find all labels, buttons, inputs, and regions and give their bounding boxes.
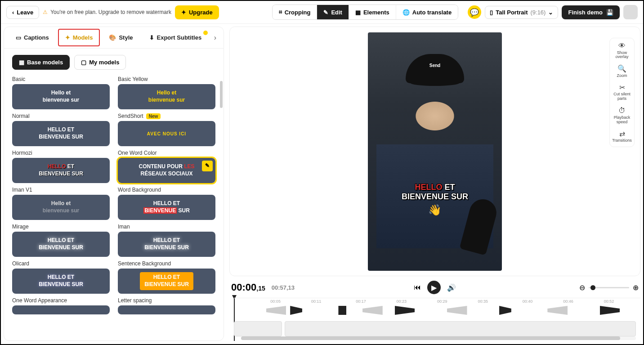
clip[interactable] xyxy=(362,306,383,315)
timeline-scrollbar-thumb[interactable] xyxy=(241,336,620,340)
leave-button[interactable]: ‹ Leave xyxy=(6,6,39,19)
leave-label: Leave xyxy=(17,9,33,16)
timeline[interactable]: 00:05 00:11 00:17 00:23 00:29 00:35 00:4… xyxy=(229,296,640,341)
model-preview-one-word-appearance[interactable] xyxy=(12,305,110,314)
chevron-left-icon: ‹ xyxy=(12,9,14,16)
finish-demo-button[interactable]: Finish demo 💾 xyxy=(562,5,620,19)
clip[interactable] xyxy=(447,306,467,315)
subtab-my-label: My models xyxy=(89,59,119,66)
grid-icon: ▦ xyxy=(19,59,24,66)
tick: 00:05 xyxy=(270,299,281,304)
tabs-scroll-right[interactable]: › xyxy=(210,30,220,45)
zoom-out-button[interactable]: ⊖ xyxy=(579,283,585,292)
clip[interactable] xyxy=(547,306,568,315)
zoom-in-button[interactable]: ⊕ xyxy=(633,283,639,292)
clip[interactable] xyxy=(266,306,286,315)
models-grid: Basic Hello etbienvenue sur Basic Yellow… xyxy=(4,76,224,341)
avatar-button[interactable] xyxy=(623,5,638,19)
tick: 00:52 xyxy=(604,299,614,304)
scissors-icon: ✂ xyxy=(619,84,625,92)
model-preview-hormozi[interactable]: HELLO ETBIENVENUE SUR xyxy=(12,158,110,183)
model-label: Mirage xyxy=(12,224,110,230)
pencil-icon: ✎ xyxy=(205,162,210,170)
show-overlay-button[interactable]: 👁Show overlay xyxy=(612,42,632,59)
model-preview-iman-v1[interactable]: Hello etbienvenue sur xyxy=(12,195,110,220)
upgrade-button[interactable]: ✦ Upgrade xyxy=(175,5,219,19)
video-frame[interactable]: Send HELLO ET BIENVENUE SUR 👋 xyxy=(368,32,502,271)
cropping-button[interactable]: ⌗ Cropping xyxy=(273,5,318,19)
zoom-slider[interactable] xyxy=(589,287,629,288)
clip[interactable] xyxy=(395,306,415,315)
auto-translate-button[interactable]: 🌐 Auto translate xyxy=(396,5,458,19)
ratio-label: Tall Portrait xyxy=(496,9,528,16)
model-preview-basic[interactable]: Hello etbienvenue sur xyxy=(12,84,110,109)
model-one-word-appearance: One Word Appearance xyxy=(12,297,110,314)
upgrade-label: Upgrade xyxy=(189,9,213,16)
timeline-scrollbar[interactable] xyxy=(241,336,636,340)
clip[interactable] xyxy=(499,306,511,315)
volume-button[interactable]: 🔊 xyxy=(447,283,456,292)
model-label: Basic Yellow xyxy=(118,76,215,82)
play-button[interactable]: ▶ xyxy=(427,281,441,294)
sidebar-scrollbar[interactable] xyxy=(220,81,223,108)
speed-icon: ⏱ xyxy=(618,107,626,115)
edit-button[interactable]: ✎ Edit xyxy=(317,5,349,19)
model-preview-sentence-background[interactable]: HELLO ETBIENVENUE SUR xyxy=(118,269,215,294)
model-preview-basic-yellow[interactable]: Hello etbienvenue sur xyxy=(118,84,215,109)
crop-icon: ⌗ xyxy=(279,9,282,16)
track-row xyxy=(234,321,636,336)
model-preview-olicard[interactable]: HELLO ETBIENVENUE SUR xyxy=(12,269,110,294)
model-preview-mirage[interactable]: HELLO ETBIENVENUE SUR xyxy=(12,232,110,257)
zoom-button[interactable]: 🔍Zoom xyxy=(612,65,632,78)
center-toolbar: ⌗ Cropping ✎ Edit ▦ Elements 🌐 Auto tran… xyxy=(272,4,459,20)
clip[interactable] xyxy=(290,306,302,315)
chat-button[interactable]: 💬 xyxy=(468,5,481,19)
skip-back-button[interactable]: ⏮ xyxy=(414,283,421,291)
download-icon: ⬇ xyxy=(149,34,154,41)
pencil-icon: ✎ xyxy=(323,9,328,16)
tick: 00:23 xyxy=(397,299,407,304)
model-preview-sendshort[interactable]: AVEC NOUS ICI xyxy=(118,121,215,146)
video-stage: Send HELLO ET BIENVENUE SUR 👋 👁Show over… xyxy=(229,27,640,276)
edit-model-button[interactable]: ✎ xyxy=(202,161,213,171)
cap-illustration: Send xyxy=(406,54,464,83)
cropping-label: Cropping xyxy=(285,9,311,16)
tab-style[interactable]: 🎨 Style xyxy=(101,28,141,47)
subtab-base-models[interactable]: ▦ Base models xyxy=(12,55,70,70)
model-preview-letter-spacing[interactable] xyxy=(118,305,215,314)
track-segment[interactable] xyxy=(285,321,636,336)
model-label: Sentence Background xyxy=(118,260,215,267)
cap-logo: Send xyxy=(429,63,440,68)
palette-icon: 🎨 xyxy=(109,34,116,41)
model-preview-word-background[interactable]: HELLO ETBIENVENUE SUR xyxy=(118,195,215,220)
tab-export-label: Export Subtitles xyxy=(157,34,202,41)
tab-export-subtitles[interactable]: ⬇ Export Subtitles xyxy=(141,28,210,47)
tick: 00:29 xyxy=(437,299,447,304)
elements-button[interactable]: ▦ Elements xyxy=(349,5,396,19)
zoom-control: ⊖ ⊕ xyxy=(579,283,639,292)
playback-speed-button[interactable]: ⏱Playback speed xyxy=(612,107,632,124)
model-label: Basic xyxy=(12,76,110,82)
subtab-my-models[interactable]: ▢ My models xyxy=(74,55,126,70)
model-label: Hormozi xyxy=(12,150,110,156)
track-segment[interactable] xyxy=(234,321,282,336)
clip[interactable] xyxy=(338,306,346,315)
aspect-ratio-button[interactable]: ▯ Tall Portrait (9:16) ⌄ xyxy=(485,6,558,19)
model-hormozi: Hormozi HELLO ETBIENVENUE SUR xyxy=(12,150,110,183)
model-label: SendShort New xyxy=(118,113,215,119)
badge-dot xyxy=(203,31,208,35)
timeline-ruler[interactable]: 00:05 00:11 00:17 00:23 00:29 00:35 00:4… xyxy=(234,298,640,306)
model-word-background: Word Background HELLO ETBIENVENUE SUR xyxy=(118,187,215,220)
tab-captions[interactable]: ▭ Captions xyxy=(8,28,57,47)
transitions-button[interactable]: ⇄Transitions xyxy=(612,130,632,143)
elements-icon: ▦ xyxy=(355,9,361,16)
model-preview-one-word-color[interactable]: CONTENU POUR LESRÉSEAUX SOCIAUX ✎ xyxy=(118,158,215,183)
model-preview-iman[interactable]: HELLO ETBIENVENUE SUR xyxy=(118,232,215,257)
transitions-icon: ⇄ xyxy=(619,130,625,138)
zoom-thumb[interactable] xyxy=(590,285,595,290)
model-iman-v1: Iman V1 Hello etbienvenue sur xyxy=(12,187,110,220)
cut-silent-button[interactable]: ✂Cut silent parts xyxy=(612,84,632,101)
clip[interactable] xyxy=(600,306,620,315)
tab-models[interactable]: ✦ Models xyxy=(58,29,100,46)
model-preview-normal[interactable]: HELLO ETBIENVENUE SUR xyxy=(12,121,110,146)
